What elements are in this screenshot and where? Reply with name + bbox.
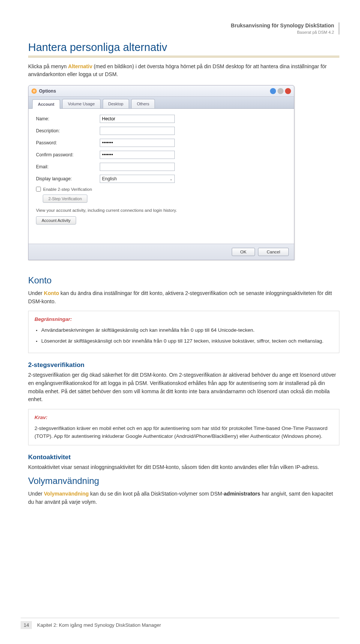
intro-paragraph: Klicka på menyn Alternativ (med en bildi…	[28, 63, 339, 78]
volym-paragraph: Under Volymanvändning kan du se din kvot…	[28, 490, 339, 506]
email-label: Email:	[36, 164, 100, 169]
konto-heading: Konto	[28, 275, 339, 286]
limitations-title: Begränsningar:	[34, 316, 333, 323]
limitation-item: Lösenordet är skiftlägeskänsligt och bör…	[36, 337, 333, 345]
requirements-title: Krav:	[34, 414, 333, 422]
chevron-down-icon: ⌄	[170, 177, 172, 181]
header-line1: Bruksanvisning för Synology DiskStation	[231, 22, 334, 28]
options-window: ⚙ Options Account Volume Usage Desktop O…	[28, 85, 294, 260]
kontoaktivitet-heading: Kontoaktivitet	[28, 454, 339, 461]
tabs-bar: Account Volume Usage Desktop Others	[28, 97, 294, 109]
tab-account[interactable]: Account	[32, 99, 60, 109]
description-label: Description:	[36, 128, 100, 133]
enable-2step-label: Enable 2-step Verification	[43, 187, 92, 192]
cancel-button[interactable]: Cancel	[258, 248, 289, 256]
page-footer: 14 Kapitel 2: Kom igång med Synology Dis…	[21, 618, 339, 629]
activity-note: View your account activity, including cu…	[36, 208, 286, 213]
close-button[interactable]	[285, 88, 291, 94]
confirm-password-label: Confirm password:	[36, 152, 100, 157]
footer-chapter: Kapitel 2: Kom igång med Synology DiskSt…	[37, 622, 161, 628]
window-titlebar[interactable]: ⚙ Options	[28, 85, 294, 97]
language-select[interactable]: English ⌄	[100, 175, 175, 183]
password-input[interactable]	[100, 139, 175, 147]
language-label: Display language:	[36, 176, 100, 181]
minimize-button[interactable]	[278, 88, 284, 94]
name-input[interactable]	[100, 115, 175, 123]
header-line2: Baserat på DSM 4.2	[297, 30, 334, 34]
tab-others[interactable]: Others	[131, 99, 155, 108]
limitations-box: Begränsningar: Användarbeskrivningen är …	[28, 311, 339, 353]
email-input[interactable]	[100, 163, 175, 171]
volym-heading: Volymanvändning	[28, 476, 339, 486]
section-title: Hantera personliga alternativ	[28, 41, 339, 54]
twostep-heading: 2-stegsverifikation	[28, 361, 339, 369]
enable-2step-checkbox[interactable]	[36, 187, 41, 192]
requirements-box: Krav: 2-stegsverifikation kräver en mobi…	[28, 409, 339, 445]
window-footer: OK Cancel	[28, 244, 294, 260]
confirm-password-input[interactable]	[100, 151, 175, 159]
page-number: 14	[21, 621, 32, 629]
requirements-text: 2-stegsverifikation kräver en mobil enhe…	[34, 425, 333, 440]
title-rule	[28, 57, 339, 57]
twostep-paragraph: 2-stegsverifikation ger dig ökad säkerhe…	[28, 371, 339, 404]
keyword-alternativ: Alternativ	[68, 63, 93, 69]
kontoaktivitet-paragraph: Kontoaktivitet visar senast inloggningsa…	[28, 463, 339, 472]
two-step-verification-button[interactable]: 2-Step Verification	[43, 195, 87, 203]
ok-button[interactable]: OK	[232, 248, 255, 256]
title-rule	[28, 56, 339, 56]
page-running-header: Bruksanvisning för Synology DiskStation …	[28, 22, 339, 34]
window-title: Options	[39, 88, 56, 94]
name-label: Name:	[36, 116, 100, 121]
password-label: Password:	[36, 140, 100, 145]
tab-desktop[interactable]: Desktop	[103, 99, 129, 108]
account-activity-button[interactable]: Account Activity	[36, 216, 76, 225]
options-icon: ⚙	[32, 88, 37, 94]
tab-volume-usage[interactable]: Volume Usage	[62, 99, 100, 108]
konto-paragraph: Under Konto kan du ändra dina inställnin…	[28, 289, 339, 306]
limitation-item: Användarbeskrivningen är skiftlägeskänsl…	[36, 326, 333, 334]
description-input[interactable]	[100, 127, 175, 135]
window-body: Name: Description: Password: Confirm pas…	[28, 109, 294, 244]
help-button[interactable]	[270, 88, 276, 94]
